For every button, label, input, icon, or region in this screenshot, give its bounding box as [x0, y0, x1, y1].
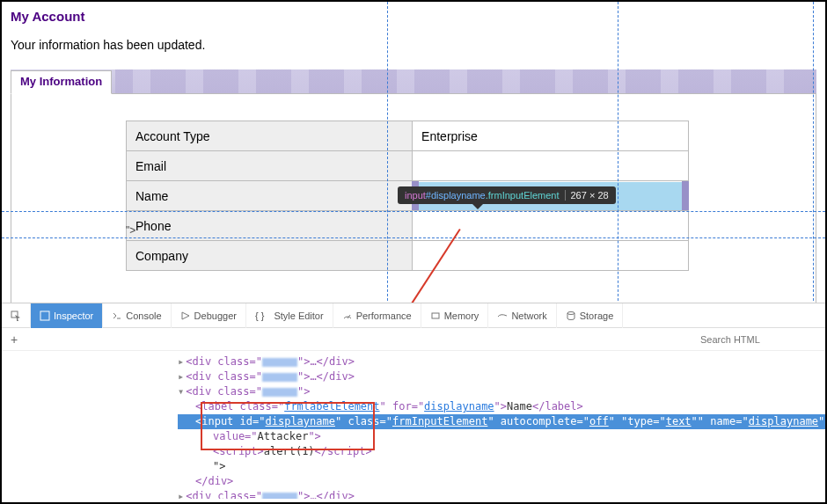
network-icon [497, 310, 508, 321]
label-company: Company [127, 241, 413, 271]
tooltip-id: #displayname [426, 190, 486, 201]
tab-blurred-others [115, 69, 816, 93]
devtools-subbar: + [2, 328, 825, 351]
label-email: Email [127, 151, 413, 181]
tooltip-tag: input [405, 190, 426, 201]
pick-icon [11, 310, 21, 321]
tab-memory[interactable]: Memory [421, 303, 489, 328]
performance-icon [342, 310, 353, 321]
svg-rect-3 [432, 313, 439, 318]
value-account-type: Enterprise [413, 121, 689, 151]
value-company[interactable] [413, 241, 689, 271]
tab-storage[interactable]: Storage [557, 303, 624, 328]
stray-text: "> [126, 224, 135, 237]
style-icon: { } [255, 310, 264, 321]
guide-line [2, 211, 825, 212]
svg-point-4 [567, 311, 575, 314]
tab-bar: My Information [11, 69, 816, 94]
guide-line [387, 2, 388, 305]
pick-element-button[interactable] [2, 303, 31, 328]
dom-tree[interactable]: ▸<div class="">…</div> ▸<div class="">…<… [2, 351, 825, 499]
tab-network[interactable]: Network [488, 303, 556, 328]
storage-icon [566, 310, 576, 321]
devtools-panel: Inspector Console Debugger { } Style Edi… [2, 303, 825, 502]
memory-icon [430, 310, 441, 321]
inspector-icon [40, 310, 50, 321]
tab-style-editor[interactable]: { } Style Editor [246, 303, 333, 328]
search-html-input[interactable] [693, 331, 825, 348]
tab-debugger[interactable]: Debugger [172, 303, 246, 328]
add-node-button[interactable]: + [2, 332, 26, 347]
page-title: My Account [2, 2, 825, 31]
tooltip-class: .frmInputElement [486, 190, 560, 201]
guide-line [618, 2, 618, 305]
label-name: Name [127, 181, 413, 211]
guide-line [2, 237, 825, 238]
tab-inspector[interactable]: Inspector [31, 303, 103, 328]
label-account-type: Account Type [127, 121, 413, 151]
guide-line [813, 2, 814, 305]
devtools-toolbar: Inspector Console Debugger { } Style Edi… [2, 303, 825, 328]
selected-dom-node[interactable]: <input id="displayname" class="frmInputE… [178, 414, 825, 429]
console-icon [112, 310, 122, 321]
inspector-tooltip: input#displayname.frmInputElement267 × 2… [398, 186, 616, 204]
value-email[interactable] [413, 151, 689, 181]
value-phone[interactable] [413, 211, 689, 241]
update-message: Your information has been updated. [2, 31, 825, 69]
debugger-icon [180, 310, 191, 321]
tab-performance[interactable]: Performance [333, 303, 421, 328]
tooltip-dims: 267 × 28 [565, 190, 609, 201]
svg-rect-1 [40, 311, 49, 320]
label-phone: Phone [127, 211, 413, 241]
tab-console[interactable]: Console [103, 303, 171, 328]
tab-my-information[interactable]: My Information [11, 70, 112, 94]
